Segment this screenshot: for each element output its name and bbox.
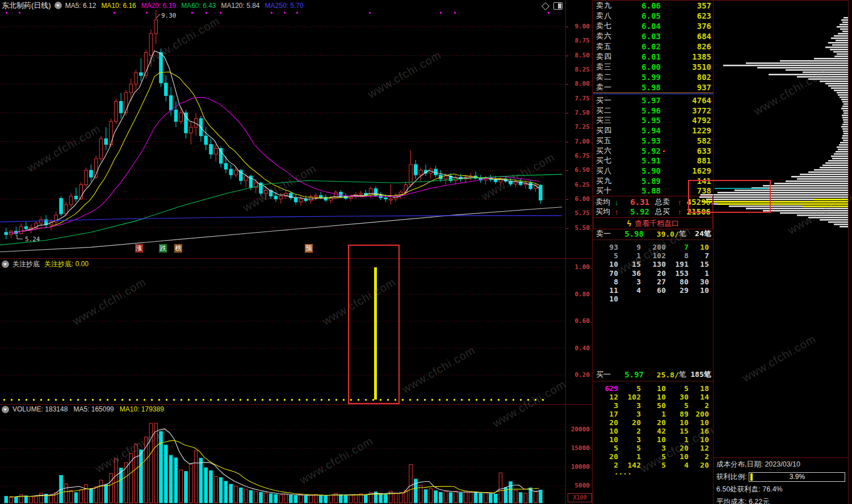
window-tool-icon[interactable] (553, 2, 563, 10)
trade-grid-cell: 5 (618, 384, 641, 393)
sell-volume: 802 (661, 73, 713, 82)
trade-grid-cell: 5 (595, 251, 618, 260)
buy-price: 5.91 (624, 156, 661, 165)
sell-price: 5.99 (624, 73, 661, 82)
trade-grid-cell: 42 (641, 427, 666, 435)
sell-price: 6.00 (624, 62, 661, 72)
sell-row-卖七[interactable]: 卖七6.04376 (593, 21, 713, 31)
buy-price: 5.90 (624, 166, 661, 175)
buy-row-买五[interactable]: 买五5.93582 (593, 136, 713, 146)
sell-volume: 1385 (661, 52, 713, 61)
buy-volume: 881 (661, 156, 713, 165)
buy1-per-trade: 25.8/ (644, 371, 679, 379)
trade-grid-cell: 1 (641, 410, 666, 418)
diamond-tool-icon[interactable] (542, 2, 549, 10)
chart-badge-预[interactable]: 预 (305, 244, 313, 253)
trade-grid-row: 10310110 (593, 435, 714, 444)
price-axis-label: 8.00 (567, 80, 590, 87)
trade-grid-cell: 130 (641, 260, 666, 268)
trade-grid-cell: 5 (666, 384, 689, 393)
volume-header: VOLUME: 183148 MA5: 165099 MA10: 179389 (2, 405, 164, 413)
indicator-panel-top-border (0, 258, 592, 259)
cost-title: 成本分布,日期: 2023/03/10 (716, 460, 850, 469)
trade-grid-cell: 20 (666, 444, 689, 452)
sell-price: 6.02 (624, 42, 661, 51)
trade-grid-cell: 4 (618, 286, 641, 295)
indicator-axis-label: 0.40 (567, 345, 590, 352)
indicator-axis-label: 0.80 (567, 291, 590, 298)
buy-volume: 4792 (661, 116, 713, 125)
buy-row-买四[interactable]: 买四5.941229 (593, 125, 713, 136)
trade-grid-cell: 10 (666, 452, 689, 461)
buy-row-买二[interactable]: 买二5.963772 (593, 106, 713, 116)
trade-grid-cell: 153 (666, 269, 689, 278)
trade-grid-cell: 93 (595, 243, 618, 251)
volume-unit-label: X100 (568, 493, 592, 502)
profit-ratio-bar: 3.9% (749, 472, 845, 482)
trade-grid-cell: 10 (595, 435, 618, 444)
sell-price: 6.06 (624, 1, 661, 10)
trade-grid-cell: 8 (595, 278, 618, 286)
trade-grid-cell: 102 (618, 393, 641, 401)
trade-grid-cell: 7 (666, 243, 689, 251)
sell-row-卖六[interactable]: 卖六6.03684 (593, 31, 713, 41)
level2-link-label: 查看千档盘口 (635, 219, 679, 229)
sell-row-卖一[interactable]: 卖一5.98937 (593, 82, 713, 93)
ma-label: MA20: 6.19 (141, 2, 176, 10)
buy-price: 5.88 (624, 186, 661, 195)
collapse-chevron-icon[interactable] (54, 2, 62, 9)
sell-row-卖二[interactable]: 卖二5.99802 (593, 72, 713, 82)
sell-volume: 684 (661, 32, 713, 41)
dotted-separator (593, 240, 713, 240)
trade-grid-cell: 8 (666, 251, 689, 260)
trade-grid-cell: 200 (689, 410, 709, 418)
volume-label: VOLUME: 183148 (12, 405, 68, 413)
sell-price: 5.98 (624, 83, 661, 92)
buy-row-买七[interactable]: 买七5.91881 (593, 156, 713, 166)
collapse-chevron-icon[interactable] (2, 406, 9, 413)
app-root: 东北制药(日线) MA5: 6.12MA10: 6.16MA20: 6.19MA… (0, 0, 852, 504)
buy-row-买八[interactable]: 买八5.901629 (593, 166, 713, 176)
chart-badge-跌[interactable]: 跌 (159, 244, 167, 253)
buy1-count: 185笔 (686, 369, 713, 380)
trade-grid-cell: 3 (618, 410, 641, 418)
buy1-detail-header: 买一 5.97 25.8/ 笔 185笔 (593, 369, 713, 380)
sell-row-卖八[interactable]: 卖八6.05623 (593, 11, 713, 21)
trade-grid-cell: 3 (618, 401, 641, 410)
arrow-icon: ↑ (615, 208, 622, 216)
trade-grid-cell: 18 (689, 384, 709, 393)
price-axis-label: 6.75 (567, 152, 590, 159)
sell-row-卖九[interactable]: 卖九6.06357 (593, 1, 713, 11)
trade-grid-cell: 27 (641, 278, 666, 286)
chart-badge-榜[interactable]: 榜 (174, 244, 182, 253)
trade-grid-cell: 11 (595, 286, 618, 295)
sell1-per-trade: 39.0/ (644, 230, 679, 238)
buy-row-买六[interactable]: 买六5.92▪633 (593, 146, 713, 156)
buy-row-买三[interactable]: 买三5.954792 (593, 115, 713, 125)
chart-badge-涨[interactable]: 涨 (135, 244, 143, 253)
more-trades-ellipsis[interactable]: .... (609, 468, 632, 476)
watermark: www.cfchi.com (740, 332, 818, 385)
sell-row-卖四[interactable]: 卖四6.011385 (593, 52, 713, 62)
trade-grid-row: 629510518 (593, 384, 714, 393)
trade-grid-cell: 10 (595, 260, 618, 268)
ma-label: MA250: 5.70 (265, 2, 304, 10)
sell-row-卖三[interactable]: 卖三6.003510 (593, 62, 713, 72)
trade-grid-cell: 15 (618, 260, 641, 268)
trade-grid-cell: 20 (641, 269, 666, 278)
buy-row-买一[interactable]: 买一5.974764 (593, 95, 713, 106)
price-axis-label: 6.25 (567, 181, 590, 188)
book-highlight-box (688, 180, 771, 213)
trade-grid-cell (641, 295, 666, 303)
trade-grid-cell: 3 (618, 278, 641, 286)
price-axis-label: 9.00 (567, 23, 590, 30)
sell-price: 6.03 (624, 32, 661, 41)
price-axis-label: 5.75 (567, 209, 590, 217)
trade-grid-cell: 15 (666, 427, 689, 435)
level2-link[interactable]: ϟ 查看千档盘口 (593, 217, 713, 229)
sell-price: 6.04 (624, 22, 661, 31)
sell-row-卖五[interactable]: 卖五6.02826 (593, 41, 713, 52)
buy-price: 5.97 (624, 96, 661, 105)
collapse-chevron-icon[interactable] (2, 261, 9, 268)
trade-grid-cell: 10 (641, 384, 666, 393)
